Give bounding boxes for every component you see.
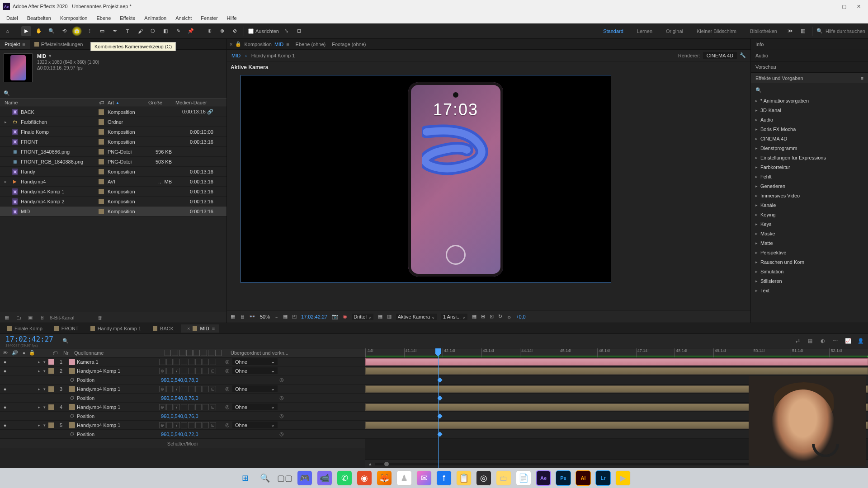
shape-tool[interactable]: ▭ bbox=[97, 26, 107, 36]
pickwhip-icon[interactable]: ◎ bbox=[279, 377, 284, 382]
viewer-timecode[interactable]: 17:02:42:27 bbox=[301, 314, 327, 319]
timeline-property-row[interactable]: ⏱ Position 960,0,540,0,78,0 ◎ bbox=[0, 375, 365, 385]
pickwhip-icon[interactable]: ◎ bbox=[225, 386, 230, 392]
property-value[interactable]: 960,0,540,0,76,0 bbox=[159, 413, 275, 419]
timeline-tab[interactable]: BACK bbox=[148, 324, 178, 333]
panel-preview[interactable]: Vorschau bbox=[751, 61, 868, 73]
timeline-search-icon[interactable]: 🔍 bbox=[59, 338, 72, 344]
composition-viewport[interactable]: 17:03 bbox=[241, 75, 611, 283]
lock-icon[interactable]: 🔒 bbox=[235, 41, 241, 47]
taskbar-app-17[interactable]: ▶ bbox=[615, 470, 631, 486]
current-time-indicator[interactable] bbox=[438, 348, 439, 468]
visibility-toggle[interactable]: ● bbox=[0, 422, 10, 428]
twirl-icon[interactable]: ▸ bbox=[36, 405, 42, 409]
breadcrumb-item[interactable]: Handy.mp4 Komp 1 bbox=[251, 53, 295, 58]
taskbar-explorer[interactable]: 🗀 bbox=[496, 470, 511, 486]
col-tag[interactable]: 🏷 bbox=[95, 100, 108, 105]
zoom-tool[interactable]: 🔍 bbox=[47, 26, 57, 36]
timeline-property-row[interactable]: ⏱ Position 960,0,540,0,76,0 ◎ bbox=[0, 412, 365, 421]
help-search[interactable]: 🔍 Hilfe durchsuchen bbox=[816, 28, 865, 34]
view-dropdown[interactable]: Aktive Kamera ⌄ bbox=[396, 314, 437, 320]
toggle-mask-icon[interactable]: 👓 bbox=[249, 314, 255, 319]
panel-audio[interactable]: Audio bbox=[751, 50, 868, 61]
menu-ebene[interactable]: Ebene bbox=[92, 14, 115, 23]
panel-info[interactable]: Info bbox=[751, 39, 868, 50]
new-folder-icon[interactable]: 🗀 bbox=[14, 315, 23, 320]
taskbar-app-2[interactable]: 📹 bbox=[317, 470, 332, 486]
maximize-button[interactable]: ▢ bbox=[841, 3, 847, 9]
dropdown-caret-icon[interactable]: ▼ bbox=[48, 54, 52, 58]
timeline-track[interactable] bbox=[365, 366, 868, 375]
type-tool[interactable]: T bbox=[123, 26, 132, 36]
effects-category[interactable]: ▸Kanäle bbox=[751, 200, 868, 210]
3d-ground-icon[interactable]: ⊡ bbox=[490, 314, 494, 319]
resolution-dropdown[interactable]: Drittel ⌄ bbox=[352, 314, 373, 320]
taskbar-obs[interactable]: ◎ bbox=[476, 470, 491, 486]
col-name[interactable]: Name bbox=[0, 100, 95, 105]
parent-dropdown[interactable]: Ohne⌄ bbox=[232, 385, 278, 392]
comp-mini-flowchart-icon[interactable]: ⇄ bbox=[793, 338, 802, 344]
effects-category[interactable]: ▸CINEMA 4D bbox=[751, 134, 868, 143]
effects-category[interactable]: ▸Text bbox=[751, 286, 868, 295]
num-views-dropdown[interactable]: 1 Ansi... ⌄ bbox=[441, 314, 467, 320]
timeline-icon[interactable]: ▥ bbox=[387, 314, 392, 319]
timeline-layer-row[interactable]: ● ▸ ▾ 5 Handy.mp4 Komp 1 ⊕ / ⊡ ◎ Ohne⌄ bbox=[0, 421, 365, 430]
effects-category[interactable]: ▸Rauschen und Korn bbox=[751, 257, 868, 267]
fast-preview-icon[interactable]: ▦ bbox=[378, 314, 382, 319]
color-management-icon[interactable]: ◉ bbox=[343, 314, 347, 319]
taskbar-firefox[interactable]: 🦊 bbox=[377, 470, 392, 486]
roto-tool[interactable]: ✎ bbox=[173, 26, 183, 36]
taskbar-whatsapp[interactable]: ✆ bbox=[337, 470, 352, 486]
visibility-toggle[interactable]: ● bbox=[0, 368, 10, 374]
snap-checkbox[interactable] bbox=[248, 28, 254, 34]
draft-3d-icon[interactable]: ▦ bbox=[806, 338, 815, 344]
timeline-tab[interactable]: ×MID≡ bbox=[181, 324, 219, 333]
tab-effect-controls[interactable]: Effekteinstellungen bbox=[30, 40, 88, 49]
taskbar-lightroom[interactable]: Lr bbox=[595, 470, 611, 486]
timeline-layer-row[interactable]: ● ▸ ▾ 3 Handy.mp4 Komp 1 ⊕ / ⊡ ◎ Ohne⌄ bbox=[0, 385, 365, 394]
panel-menu-icon[interactable]: ≡ bbox=[286, 42, 289, 47]
menu-komposition[interactable]: Komposition bbox=[56, 14, 92, 23]
taskbar-app-9[interactable]: 📋 bbox=[456, 470, 472, 486]
minimize-button[interactable]: — bbox=[826, 3, 833, 9]
renderer-value[interactable]: CINEMA 4D bbox=[703, 52, 737, 59]
render-time-icon[interactable]: ↻ bbox=[498, 314, 502, 319]
twirl-icon[interactable]: ▾ bbox=[42, 405, 47, 409]
menu-bearbeiten[interactable]: Bearbeiten bbox=[23, 14, 56, 23]
taskbar-photoshop[interactable]: Ps bbox=[556, 470, 571, 486]
hand-tool[interactable]: ✋ bbox=[34, 26, 44, 36]
timeline-property-row[interactable]: ⏱ Position 960,0,540,0,76,0 ◎ bbox=[0, 394, 365, 403]
pickwhip-icon[interactable]: ◎ bbox=[279, 413, 284, 418]
project-row[interactable]: ▸🗀Farbflächen Ordner bbox=[0, 117, 226, 127]
col-source-name[interactable]: Quellenname bbox=[72, 350, 163, 356]
twirl-icon[interactable]: ▸ bbox=[36, 387, 42, 391]
twirl-icon[interactable]: ▾ bbox=[42, 369, 47, 373]
workspace-kleiner[interactable]: Kleiner Bildschirm bbox=[691, 28, 742, 34]
project-row[interactable]: ▣BACK Komposition 0:00:13:16 🔗 bbox=[0, 107, 226, 117]
effects-category[interactable]: ▸Fehlt bbox=[751, 172, 868, 181]
twirl-icon[interactable]: ▸ bbox=[36, 369, 42, 373]
taskbar-illustrator[interactable]: Ai bbox=[576, 470, 591, 486]
snap-toggle[interactable]: Ausrichten bbox=[248, 28, 279, 34]
effects-category[interactable]: ▸Perspektive bbox=[751, 248, 868, 257]
twirl-icon[interactable]: ▾ bbox=[42, 423, 47, 427]
parent-dropdown[interactable]: Ohne⌄ bbox=[232, 367, 278, 374]
pen-tool[interactable]: ✒ bbox=[110, 26, 120, 36]
stopwatch-icon[interactable]: ⏱ bbox=[69, 413, 75, 419]
taskbar-app-6[interactable]: ♟ bbox=[396, 470, 412, 486]
pickwhip-icon[interactable]: ◎ bbox=[279, 395, 284, 400]
menu-animation[interactable]: Animation bbox=[140, 14, 171, 23]
toggle-switches-button[interactable]: Schalter/Modi bbox=[167, 441, 198, 446]
selection-tool[interactable]: ▶ bbox=[21, 26, 31, 36]
effects-category[interactable]: ▸Maske bbox=[751, 229, 868, 238]
clone-tool[interactable]: ⬡ bbox=[148, 26, 158, 36]
timeline-tab[interactable]: FRONT bbox=[50, 324, 83, 333]
effects-category[interactable]: ▸Dienstprogramm bbox=[751, 143, 868, 153]
stopwatch-icon[interactable]: ⏱ bbox=[69, 432, 75, 437]
project-row[interactable]: ▣MID Komposition 0:00:13:16 bbox=[0, 206, 226, 216]
view-options-icon[interactable]: ⊞ bbox=[481, 314, 485, 319]
workspace-lernen[interactable]: Lernen bbox=[632, 28, 658, 34]
viewer-tab-layer[interactable]: Ebene (ohne) bbox=[296, 42, 326, 47]
twirl-icon[interactable]: ▾ bbox=[42, 360, 47, 364]
effects-category[interactable]: ▸Keying bbox=[751, 210, 868, 219]
